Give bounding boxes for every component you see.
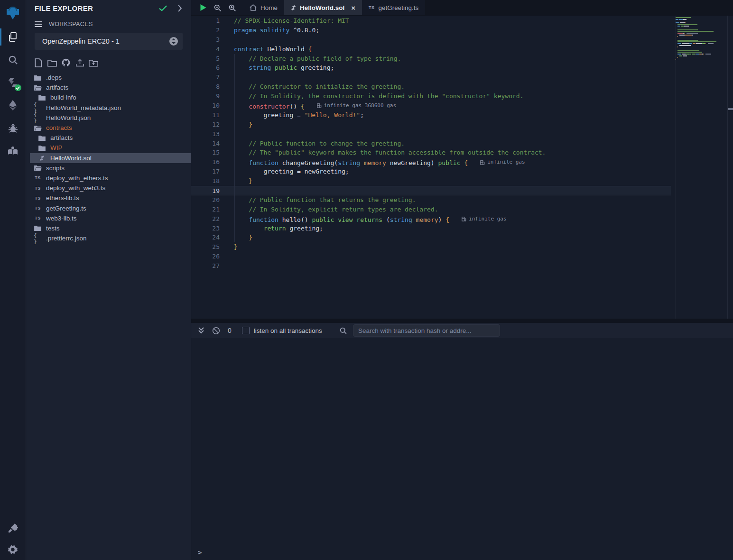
tree-item-deploy-with-ethers-ts[interactable]: TSdeploy_with_ethers.ts — [30, 173, 191, 183]
tab-getgreeting-ts[interactable]: TSgetGreeting.ts — [362, 0, 425, 15]
tree-item-label: .prettierrc.json — [46, 235, 87, 242]
terminal-output[interactable]: > — [191, 338, 733, 560]
tree-item-ethers-lib-ts[interactable]: TSethers-lib.ts — [30, 193, 191, 203]
settings-rail-button[interactable] — [0, 539, 26, 560]
ts-icon: TS — [34, 206, 42, 211]
tree-item-build-info[interactable]: build-info — [30, 92, 191, 102]
clone-github-icon[interactable] — [61, 58, 71, 67]
code-line-22[interactable]: 22 function hello() public view returns … — [191, 214, 671, 224]
line-number: 19 — [191, 186, 220, 196]
terminal-resize-handle[interactable] — [191, 319, 733, 323]
zoom-in-icon[interactable] — [228, 4, 236, 12]
tree-item-getgreeting-ts[interactable]: TSgetGreeting.ts — [30, 203, 191, 213]
new-folder-icon[interactable] — [47, 58, 57, 67]
line-number: 7 — [191, 73, 220, 82]
search-rail-button[interactable] — [0, 48, 26, 71]
minimap[interactable] — [675, 16, 727, 319]
tree-item-artifacts[interactable]: artifacts — [30, 133, 191, 143]
code-line-5[interactable]: 5 // Declare a public field of type stri… — [191, 54, 671, 64]
listen-transactions-label: listen on all transactions — [254, 327, 322, 334]
tree-item-label: scripts — [46, 165, 65, 172]
code-editor[interactable]: 1// SPDX-License-Identifier: MIT2pragma … — [191, 16, 733, 319]
remix-logo[interactable] — [0, 0, 26, 26]
indent-guide — [234, 73, 235, 82]
code-text: return greeting; — [234, 224, 323, 233]
code-line-19[interactable]: 19 — [191, 186, 671, 195]
code-line-25[interactable]: 25} — [191, 242, 671, 252]
listen-transactions-checkbox[interactable] — [242, 327, 250, 334]
code-line-21[interactable]: 21 // In Solidity, explicit return types… — [191, 205, 671, 214]
code-line-12[interactable]: 12 } — [191, 120, 671, 129]
tree-item-helloworld-sol[interactable]: HelloWorld.sol — [30, 153, 191, 163]
minimap-line — [676, 24, 727, 25]
close-tab-icon[interactable]: × — [351, 4, 355, 12]
line-number: 27 — [191, 261, 220, 271]
code-line-2[interactable]: 2pragma solidity ^0.8.0; — [191, 26, 671, 35]
tree-item-deploy-with-web3-ts[interactable]: TSdeploy_with_web3.ts — [30, 183, 191, 193]
code-line-10[interactable]: 10 constructor() {infinite gas 368600 ga… — [191, 101, 671, 110]
tree-item-helloworld-metadata-json[interactable]: { }HelloWorld_metadata.json — [30, 103, 191, 113]
code-line-9[interactable]: 9 // In Solidity, the constructor is def… — [191, 92, 671, 101]
braces-icon: { } — [34, 111, 42, 124]
code-line-24[interactable]: 24 } — [191, 233, 671, 242]
terminal-clear-icon[interactable] — [212, 327, 220, 335]
deploy-run-rail-button[interactable] — [0, 94, 26, 117]
tree-item-scripts[interactable]: scripts — [30, 163, 191, 173]
code-line-14[interactable]: 14 // Public function to change the gree… — [191, 139, 671, 148]
tree-item-artifacts[interactable]: artifacts — [30, 83, 191, 92]
debugger-rail-button[interactable] — [0, 117, 26, 139]
tab-helloworld-sol[interactable]: HelloWorld.sol× — [284, 0, 362, 15]
code-text: // In Solidity, explicit return types ar… — [234, 205, 438, 214]
line-number: 20 — [191, 195, 220, 205]
tree-item--deps[interactable]: .deps — [30, 73, 191, 83]
code-line-17[interactable]: 17 greeting = newGreeting; — [191, 167, 671, 176]
minimap-line — [676, 45, 727, 46]
upload-file-icon[interactable] — [75, 58, 84, 67]
line-number: 1 — [191, 16, 220, 26]
line-number: 23 — [191, 224, 220, 233]
code-line-1[interactable]: 1// SPDX-License-Identifier: MIT — [191, 16, 671, 26]
code-line-27[interactable]: 27 — [191, 261, 671, 271]
code-line-11[interactable]: 11 greeting = "Hello, World!"; — [191, 110, 671, 120]
zoom-out-icon[interactable] — [213, 4, 222, 12]
code-line-16[interactable]: 16 function changeGreeting(string memory… — [191, 157, 671, 167]
code-line-8[interactable]: 8 // Constructor to initialize the greet… — [191, 82, 671, 92]
minimap-line — [676, 17, 727, 18]
workspaces-menu-icon[interactable] — [35, 21, 42, 27]
code-line-15[interactable]: 15 // The "public" keyword makes the fun… — [191, 148, 671, 157]
code-line-4[interactable]: 4contract HelloWorld { — [191, 45, 671, 54]
tree-item--prettierrc-json[interactable]: { }.prettierrc.json — [30, 233, 191, 243]
tree-item-contracts[interactable]: contracts — [30, 123, 191, 133]
code-line-23[interactable]: 23 return greeting; — [191, 224, 671, 233]
solidity-compiler-rail-button[interactable] — [0, 71, 26, 94]
code-line-20[interactable]: 20 // Public function that returns the g… — [191, 195, 671, 205]
upload-folder-icon[interactable] — [89, 58, 98, 67]
run-script-button[interactable] — [200, 4, 207, 11]
plugin-manager-rail-button[interactable] — [0, 516, 26, 539]
minimap-line — [676, 54, 727, 55]
code-line-18[interactable]: 18 } — [191, 176, 671, 186]
code-line-7[interactable]: 7 — [191, 73, 671, 82]
workspace-select[interactable]: OpenZeppelin ERC20 - 1 — [35, 33, 183, 50]
panel-collapse-chevron-icon[interactable] — [177, 5, 182, 14]
new-file-icon[interactable] — [34, 58, 43, 67]
gas-estimate-note: infinite gas 368600 gas — [317, 101, 396, 110]
tree-item-wip[interactable]: WIP — [30, 143, 191, 153]
terminal-collapse-icon[interactable] — [198, 327, 204, 334]
minimap-line — [676, 40, 727, 41]
code-line-3[interactable]: 3 — [191, 35, 671, 45]
line-number: 14 — [191, 139, 220, 148]
code-line-13[interactable]: 13 — [191, 129, 671, 139]
code-line-26[interactable]: 26 — [191, 252, 671, 261]
terminal-search-input[interactable] — [353, 324, 500, 337]
tab-home[interactable]: Home — [243, 0, 284, 15]
tree-item-helloworld-json[interactable]: { }HelloWorld.json — [30, 113, 191, 123]
code-line-6[interactable]: 6 string public greeting; — [191, 63, 671, 73]
file-explorer-rail-button[interactable] — [0, 26, 26, 48]
tree-item-web3-lib-ts[interactable]: TSweb3-lib.ts — [30, 213, 191, 223]
minimap-line — [676, 35, 727, 36]
editor-scrollbar[interactable] — [727, 16, 733, 319]
learneth-rail-button[interactable] — [0, 139, 26, 162]
tree-item-tests[interactable]: tests — [30, 223, 191, 233]
minimap-line — [676, 29, 727, 30]
